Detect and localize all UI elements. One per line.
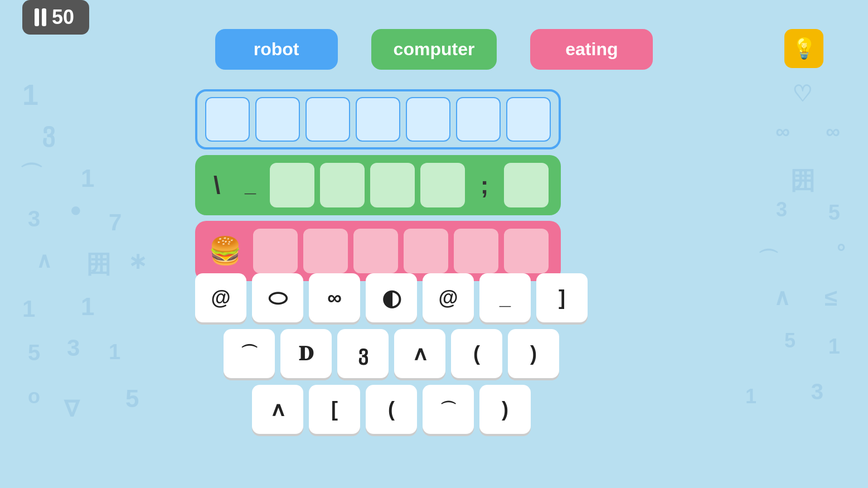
- pink-cell-3[interactable]: [353, 229, 398, 273]
- green-answer-row: \ _ ;: [195, 155, 561, 215]
- keyboard-row-1: @ ⬭ ∞ ◐ @ _ ]: [195, 273, 588, 322]
- key-at-1[interactable]: @: [195, 273, 246, 322]
- blue-cell-2[interactable]: [255, 97, 300, 142]
- keyboard-area: @ ⬭ ∞ ◐ @ _ ] ⌒ 𝐃 ვ ʌ ( ) ʌ [ ( ⌒ ): [195, 273, 588, 434]
- pause-bar-right: [42, 8, 46, 26]
- key-degree-2[interactable]: ⌒: [423, 385, 474, 434]
- key-at-2[interactable]: @: [423, 273, 474, 322]
- key-caret[interactable]: ʌ: [394, 329, 445, 378]
- pause-bar-left: [35, 8, 39, 26]
- pink-cell-5[interactable]: [454, 229, 498, 273]
- pink-cell-1[interactable]: [253, 229, 298, 273]
- key-georgian[interactable]: ვ: [337, 329, 389, 378]
- green-cell-2[interactable]: [320, 163, 365, 207]
- green-cell-3[interactable]: [370, 163, 415, 207]
- answer-rows: \ _ ; 🍔: [195, 89, 561, 281]
- blue-answer-row: [195, 89, 561, 149]
- blue-cell-7[interactable]: [506, 97, 551, 142]
- blue-cell-5[interactable]: [406, 97, 450, 142]
- pink-cell-4[interactable]: [404, 229, 448, 273]
- green-prefix-backslash: \: [203, 171, 231, 199]
- key-degree[interactable]: ⌒: [224, 329, 275, 378]
- green-cell-4[interactable]: [420, 163, 465, 207]
- keyboard-row-2: ⌒ 𝐃 ვ ʌ ( ): [224, 329, 559, 378]
- hint-button[interactable]: 💡: [784, 29, 823, 68]
- word-btn-computer[interactable]: computer: [371, 29, 497, 70]
- key-underscore[interactable]: _: [479, 273, 531, 322]
- key-paren-right-2[interactable]: ): [508, 329, 559, 378]
- lightbulb-icon: 💡: [792, 37, 817, 60]
- key-circle[interactable]: ⬭: [252, 273, 303, 322]
- word-btn-robot[interactable]: robot: [215, 29, 338, 70]
- pink-cell-6[interactable]: [504, 229, 549, 273]
- key-bracket-right[interactable]: ]: [536, 273, 588, 322]
- pink-cell-2[interactable]: [303, 229, 348, 273]
- key-paren-right-3[interactable]: ): [479, 385, 531, 434]
- word-btn-eating[interactable]: eating: [530, 29, 653, 70]
- key-paren-left-2[interactable]: (: [451, 329, 502, 378]
- keyboard-row-3: ʌ [ ( ⌒ ): [252, 385, 531, 434]
- key-paren-left-3[interactable]: (: [366, 385, 417, 434]
- blue-cell-3[interactable]: [306, 97, 350, 142]
- green-prefix-underscore: _: [236, 173, 264, 197]
- pink-answer-row: 🍔: [195, 221, 561, 281]
- key-bracket-left[interactable]: [: [309, 385, 360, 434]
- blue-cell-4[interactable]: [356, 97, 400, 142]
- word-buttons-row: robot computer eating: [0, 29, 868, 70]
- pause-icon: [35, 8, 46, 26]
- score-value: 50: [52, 6, 74, 29]
- key-half-circle[interactable]: ◐: [366, 273, 417, 322]
- burger-icon: 🍔: [203, 229, 248, 273]
- green-suffix-semicolon: ;: [471, 171, 498, 199]
- key-d[interactable]: 𝐃: [280, 329, 332, 378]
- green-cell-1[interactable]: [270, 163, 314, 207]
- blue-cell-1[interactable]: [205, 97, 250, 142]
- key-caret-2[interactable]: ʌ: [252, 385, 303, 434]
- blue-cell-6[interactable]: [456, 97, 501, 142]
- green-cell-5[interactable]: [504, 163, 549, 207]
- key-infinity[interactable]: ∞: [309, 273, 360, 322]
